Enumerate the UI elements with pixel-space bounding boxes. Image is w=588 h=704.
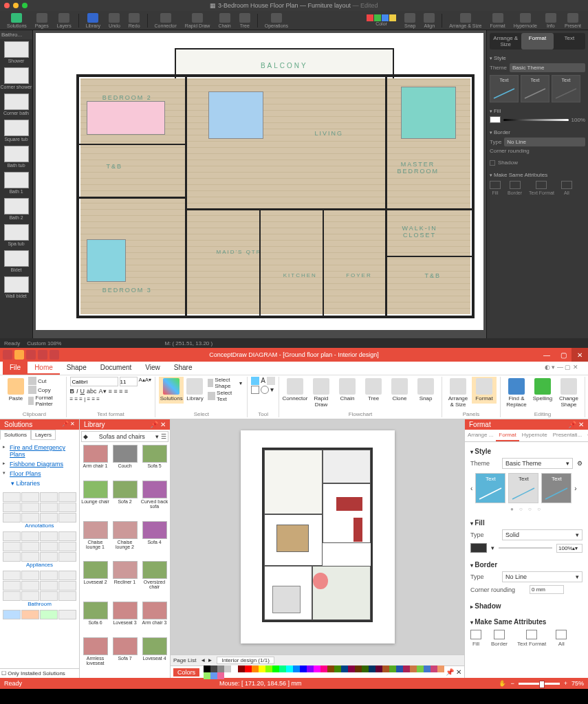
win-canvas[interactable] [171,419,464,654]
color-swatch[interactable] [217,666,224,672]
rtab-present[interactable]: Presentati... [550,430,585,441]
style-section[interactable]: Style [470,446,582,456]
paste-button[interactable]: Paste [6,377,25,404]
tree-button[interactable]: Tree [361,377,386,404]
tool-icon[interactable] [251,377,259,385]
theme-select[interactable]: Basic Theme▾ [502,458,573,469]
hand-icon[interactable]: ✋ [499,680,506,687]
panel-pin-icon[interactable]: 📌 ✕ [62,421,75,428]
lib-item[interactable]: Chaise lounge 1 [81,521,109,560]
rtab-custom[interactable]: Custom ... [585,430,588,441]
color-swatch[interactable] [410,666,417,672]
color-swatch[interactable] [204,666,210,672]
subtab-layers[interactable]: Layers [31,430,56,440]
lib-item[interactable]: Sofa 4 [140,521,168,560]
makesame-header[interactable]: Make Same Attributes [490,170,585,179]
attr-all[interactable]: All [561,181,572,195]
font-size[interactable] [120,377,138,386]
tool-connector[interactable]: Connector [152,13,179,28]
mac-canvas-area[interactable]: BALCONY BEDROOM 2 T&B BEDROOM 3 DINING L… [33,30,486,338]
theme-select[interactable]: Basic Theme [510,63,585,72]
rtab-format[interactable]: Format [496,430,519,441]
connector-button[interactable]: Connector [283,377,307,404]
snap-button[interactable]: Snap [413,377,438,404]
color-swatch[interactable] [369,666,375,672]
tool-rapid[interactable]: Rapid Draw [182,13,213,28]
tool-info[interactable]: Info [543,13,559,28]
lib-shower[interactable]: Shower [0,39,32,65]
lib-wall-bidet[interactable]: Wall bidet [0,274,32,300]
color-swatch[interactable] [210,666,217,672]
menu-file[interactable]: File [3,362,28,375]
color-swatch[interactable] [327,666,334,672]
mdi-controls[interactable]: ◐ ▾ — ▢ ✕ [538,362,585,373]
lib-item[interactable]: Chaise lounge 2 [111,521,139,560]
color-swatch[interactable] [245,666,252,672]
color-swatch[interactable] [224,666,231,672]
clone-button[interactable]: Clone [387,377,412,404]
menu-share[interactable]: Share [167,362,199,375]
color-swatch[interactable] [355,666,362,672]
tool-snap[interactable]: Snap [402,13,418,28]
libcat-appliances[interactable]: Appliances [3,531,76,568]
select-shape[interactable]: Select Shape ▾ [206,377,244,389]
floor-plan-page[interactable] [241,430,395,644]
lib-item[interactable]: Sofa 2 [111,481,139,520]
zoom-out-icon[interactable]: − [510,680,514,687]
underline-button[interactable]: U [80,388,85,395]
color-swatch[interactable] [300,666,307,672]
color-swatch[interactable] [348,666,355,672]
lib-bath1[interactable]: Bath 1 [0,170,32,196]
lib-item[interactable]: Recliner 1 [111,561,139,600]
attr-fill[interactable]: Fill [490,181,501,195]
lib-item[interactable]: Arm chair 3 [140,602,168,636]
fill-color[interactable] [470,543,487,553]
lib-item[interactable]: Loveseat 2 [81,561,109,600]
lib-item[interactable]: Loveseat 4 [140,637,168,676]
corner-input[interactable]: 0 mm [530,585,564,594]
page-tab[interactable]: Interior design (1/1) [217,657,274,664]
copy-button[interactable]: Copy [27,386,63,394]
lib-item[interactable]: Lounge chair [81,481,109,520]
color-swatch[interactable] [396,666,403,672]
attr-border[interactable]: Border [508,181,522,195]
format-pin-icon[interactable]: 📌 ✕ [568,421,584,428]
fill-header[interactable]: Fill [490,107,585,116]
lib-pin-icon[interactable]: 📌 ✕ [150,421,166,428]
shadow-checkbox[interactable] [490,160,495,166]
lib-item[interactable]: Sofa 6 [81,602,109,636]
lib-bath-tub[interactable]: Bath tub [0,144,32,170]
rtab-arrange[interactable]: Arrange ... [465,430,496,441]
color-swatch[interactable] [307,666,314,672]
border-header[interactable]: Border [490,128,585,137]
tool-format[interactable]: Format [487,13,508,28]
color-swatch[interactable] [259,666,265,672]
thumb-3[interactable]: Text [541,473,571,503]
lib-spa[interactable]: Spa tub [0,222,32,248]
color-swatch[interactable] [382,666,389,672]
maximize-button[interactable]: ▢ [555,348,571,362]
zoom-value[interactable]: 75% [571,680,584,687]
colorbar-close-icon[interactable]: 📌 ✕ [446,668,461,676]
border-type-select[interactable]: No Line▾ [502,571,582,582]
floor-plan-canvas[interactable]: BALCONY BEDROOM 2 T&B BEDROOM 3 DINING L… [36,33,483,330]
library-select[interactable]: ◆Sofas and chairs▾ ☰ [81,431,168,442]
color-swatch[interactable] [210,672,217,679]
chain-button[interactable]: Chain [335,377,360,404]
fill-slider[interactable] [499,547,552,549]
color-swatch[interactable] [341,666,348,672]
color-swatch[interactable] [389,666,396,672]
pagelist-label[interactable]: Page List [173,657,196,663]
menu-view[interactable]: View [138,362,167,375]
tool-present[interactable]: Present [562,13,584,28]
shadow-section[interactable]: Shadow [470,601,582,611]
color-swatch[interactable] [265,666,272,672]
color-swatch[interactable] [334,666,341,672]
only-installed-checkbox[interactable]: ☐ Only Installed Solutions [0,668,79,678]
change-button[interactable]: Change Shape [556,377,581,410]
tool-pages[interactable]: Pages [32,13,52,28]
find-button[interactable]: Find & Replace [504,377,529,410]
tool-layers[interactable]: Layers [54,13,74,28]
border-type-select[interactable]: No Line [504,138,585,146]
mac-titlebar[interactable]: ▦ 3-Bedroom House Floor Plan — Furniture… [0,0,588,11]
